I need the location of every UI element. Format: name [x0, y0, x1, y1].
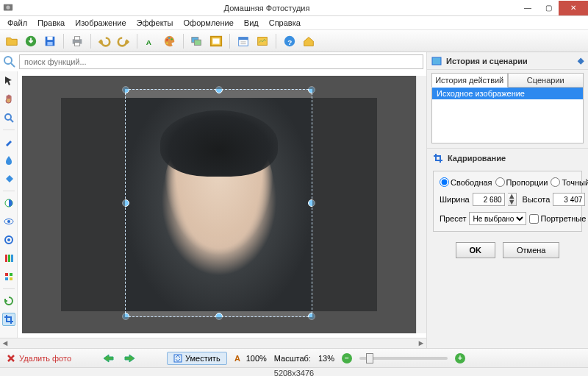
calendar-icon[interactable] [236, 34, 251, 49]
left-toolbar [0, 71, 18, 338]
radio-exact[interactable]: Точный размер [551, 177, 588, 187]
levels-tool[interactable] [2, 252, 15, 265]
next-button[interactable] [123, 352, 137, 365]
download-icon[interactable] [24, 34, 38, 49]
menu-image[interactable]: Изображение [71, 17, 130, 29]
svg-rect-17 [213, 38, 220, 43]
height-label: Высота [523, 195, 551, 204]
gallery-icon[interactable] [190, 34, 204, 49]
width-spinner[interactable]: ▲▼ [508, 193, 517, 206]
svg-point-27 [5, 114, 11, 120]
svg-rect-7 [74, 36, 79, 40]
svg-rect-35 [8, 255, 10, 262]
search-input[interactable] [19, 54, 423, 69]
undo-icon[interactable] [97, 34, 112, 49]
effects-tool[interactable] [2, 270, 15, 283]
crop-icon [433, 153, 443, 163]
history-list[interactable]: Исходное изображение [431, 88, 584, 143]
tab-scenarios[interactable]: Сценарии [508, 73, 584, 88]
main-toolbar: A ? [0, 30, 588, 52]
eye-tool[interactable] [2, 215, 15, 228]
radio-free[interactable]: Свободная [440, 177, 492, 187]
collapse-icon[interactable]: ◆ [578, 56, 584, 65]
svg-point-12 [171, 38, 173, 40]
palette-icon[interactable] [162, 34, 177, 49]
window-title: Домашняя Фотостудия [16, 4, 517, 13]
crop-options: Свободная Пропорции Точный размер Ширина… [433, 171, 582, 232]
preset-label: Пресет [440, 214, 466, 223]
history-icon [431, 56, 442, 66]
svg-rect-15 [194, 40, 201, 45]
height-input[interactable] [553, 193, 585, 206]
svg-point-31 [7, 220, 10, 223]
menu-edit[interactable]: Правка [33, 17, 69, 29]
crop-rectangle[interactable] [125, 89, 312, 317]
card-icon[interactable] [255, 34, 270, 49]
zoom-in-button[interactable]: + [455, 353, 465, 363]
menu-effects[interactable]: Эффекты [132, 17, 178, 29]
width-input[interactable] [473, 193, 505, 206]
scale-label: Масштаб: [274, 354, 311, 363]
zoom-tool[interactable] [2, 111, 15, 124]
crop-tool[interactable] [2, 313, 15, 326]
text-icon[interactable]: A [143, 34, 158, 49]
svg-rect-8 [74, 42, 79, 46]
svg-rect-19 [239, 37, 248, 40]
sharpen-tool[interactable] [2, 233, 15, 246]
pointer-tool[interactable] [2, 74, 15, 88]
ok-button[interactable]: OK [456, 242, 496, 258]
history-panel-title: История и сценарии [446, 57, 528, 65]
menu-design[interactable]: Оформление [179, 17, 238, 29]
radio-proportions[interactable]: Пропорции [495, 177, 548, 187]
delete-photo-button[interactable]: Удалить фото [6, 353, 71, 363]
svg-text:A: A [146, 38, 151, 46]
cancel-button[interactable]: Отмена [503, 242, 559, 258]
zoom-slider[interactable] [359, 357, 448, 360]
svg-point-11 [168, 37, 170, 38]
menu-help[interactable]: Справка [265, 17, 305, 29]
search-bar [0, 52, 426, 71]
canvas[interactable] [22, 76, 416, 333]
titlebar: Домашняя Фотостудия — ▢ ✕ [0, 0, 588, 16]
svg-point-33 [7, 238, 10, 241]
prev-button[interactable] [101, 352, 115, 365]
rotate-tool[interactable] [2, 294, 15, 308]
zoom-out-button[interactable]: − [342, 353, 352, 363]
svg-point-1 [6, 5, 10, 9]
print-icon[interactable] [70, 34, 85, 49]
drop-tool[interactable] [2, 154, 15, 167]
fill-tool[interactable] [2, 172, 15, 185]
svg-point-10 [166, 39, 168, 40]
contrast-tool[interactable] [2, 196, 15, 210]
frame-icon[interactable] [209, 34, 223, 49]
help-icon[interactable]: ? [282, 34, 297, 49]
svg-point-13 [166, 42, 168, 43]
svg-rect-39 [5, 277, 8, 280]
horizontal-scrollbar[interactable]: ◄► [0, 338, 426, 348]
close-button[interactable]: ✕ [559, 1, 588, 15]
vertical-scrollbar[interactable] [416, 76, 426, 333]
open-icon[interactable] [4, 34, 19, 49]
minimize-button[interactable]: — [517, 1, 538, 15]
svg-rect-40 [10, 277, 12, 280]
image-dimensions: 5208x3476 [274, 369, 314, 376]
history-item[interactable]: Исходное изображение [432, 88, 583, 99]
svg-text:?: ? [287, 38, 292, 46]
svg-rect-38 [10, 273, 12, 276]
menu-view[interactable]: Вид [240, 17, 263, 29]
fit-button[interactable]: Уместить [167, 352, 227, 365]
maximize-button[interactable]: ▢ [538, 1, 559, 15]
menu-file[interactable]: Файл [3, 17, 32, 29]
portrait-checkbox[interactable]: Портретные [529, 214, 586, 224]
status-bar: 5208x3476 [0, 367, 588, 376]
home-icon[interactable] [301, 34, 316, 49]
brush-tool[interactable] [2, 135, 15, 149]
svg-line-26 [11, 63, 15, 67]
right-panel: История и сценарии ◆ История действий Сц… [426, 52, 588, 348]
save-icon[interactable] [43, 34, 57, 49]
preset-select[interactable]: Не выбрано [469, 212, 526, 225]
zoom-100-button[interactable]: A 100% [234, 354, 267, 363]
hand-tool[interactable] [2, 93, 15, 106]
redo-icon[interactable] [116, 34, 131, 49]
tab-history[interactable]: История действий [431, 73, 508, 88]
